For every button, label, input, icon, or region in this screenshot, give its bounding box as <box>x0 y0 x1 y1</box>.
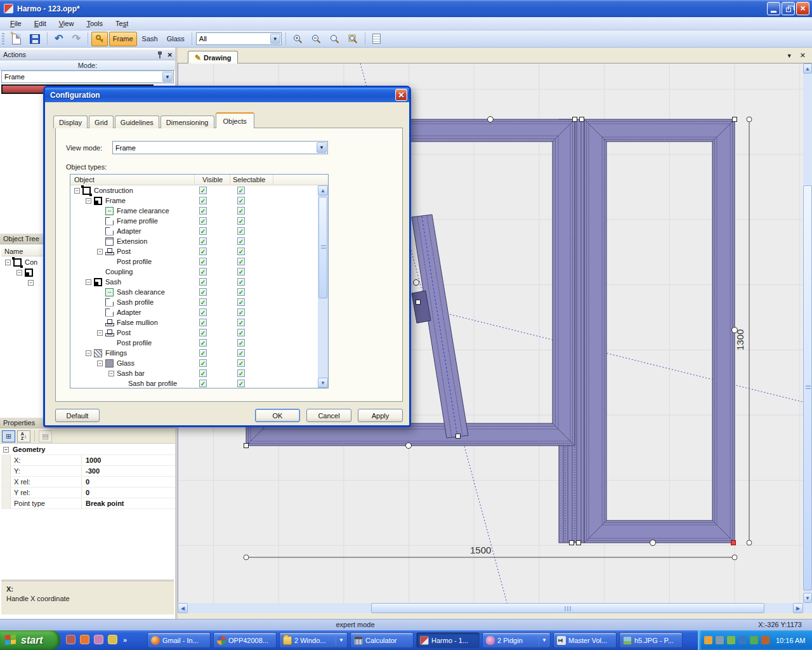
object-row[interactable]: −Post✓✓ <box>70 328 318 338</box>
expand-toggle[interactable]: − <box>16 270 22 275</box>
restore-button[interactable] <box>782 2 795 15</box>
visible-checkbox[interactable]: ✓ <box>199 187 207 194</box>
tab-dimensioning[interactable]: Dimensioning <box>160 116 214 128</box>
messenger-icon[interactable] <box>66 635 75 644</box>
taskbar-button-folder[interactable]: 2 Windo...▼ <box>279 632 348 648</box>
visible-checkbox[interactable]: ✓ <box>199 369 207 377</box>
selectable-checkbox[interactable]: ✓ <box>237 288 245 296</box>
list-scroll-thumb[interactable] <box>318 197 327 298</box>
alphabetical-sort-button[interactable] <box>17 430 30 442</box>
object-row[interactable]: Post profile✓✓ <box>70 256 318 267</box>
horizontal-scrollbar[interactable]: ◀ ▶ <box>178 603 803 613</box>
zoom-out-button[interactable] <box>308 32 325 46</box>
property-value[interactable]: 0 <box>82 477 175 487</box>
key-mode-button[interactable] <box>91 32 108 46</box>
menu-item-view[interactable]: View <box>53 18 81 29</box>
visible-checkbox[interactable]: ✓ <box>199 217 207 225</box>
visible-checkbox[interactable]: ✓ <box>199 248 207 255</box>
object-row[interactable]: Extension✓✓ <box>70 236 318 246</box>
selectable-checkbox[interactable]: ✓ <box>237 369 245 377</box>
visible-checkbox[interactable]: ✓ <box>199 268 207 275</box>
expand-toggle[interactable]: − <box>97 330 103 336</box>
selectable-checkbox[interactable]: ✓ <box>237 268 245 275</box>
quick-launch-overflow-chevron[interactable]: » <box>123 636 127 644</box>
expand-toggle[interactable]: − <box>86 350 91 356</box>
visible-checkbox[interactable]: ✓ <box>199 288 207 296</box>
property-value[interactable]: Break point <box>82 498 175 508</box>
scroll-left-icon[interactable]: ◀ <box>178 603 188 613</box>
antivirus-icon[interactable] <box>750 636 758 644</box>
filter-combobox[interactable]: All ▼ <box>196 32 282 45</box>
object-row[interactable]: −Fillings✓✓ <box>70 348 318 358</box>
visible-checkbox[interactable]: ✓ <box>199 349 207 357</box>
property-row[interactable]: Point typeBreak point <box>1 498 175 509</box>
default-button[interactable]: Default <box>55 409 100 422</box>
tab-drawing[interactable]: ✎ Drawing <box>188 51 238 63</box>
horizontal-scroll-thumb[interactable] <box>371 603 764 613</box>
undo-button[interactable]: ↶ <box>51 32 67 46</box>
visible-checkbox[interactable]: ✓ <box>199 339 207 347</box>
network-icon[interactable] <box>727 636 735 644</box>
firefox-icon[interactable] <box>80 635 89 644</box>
object-row[interactable]: −Sash✓✓ <box>70 277 318 287</box>
chevron-down-icon[interactable]: ▼ <box>539 635 547 645</box>
chevron-down-icon[interactable]: ▼ <box>162 72 173 82</box>
open-sash[interactable] <box>412 215 468 438</box>
notes-icon[interactable] <box>108 635 117 644</box>
visible-checkbox[interactable]: ✓ <box>199 197 207 204</box>
dialog-close-button[interactable]: ✕ <box>395 89 407 101</box>
mode-button-glass[interactable]: Glass <box>163 32 188 46</box>
dimension-height[interactable] <box>747 117 752 545</box>
object-types-list[interactable]: Object Visible Selectable −Construction✓… <box>70 174 329 388</box>
tab-display[interactable]: Display <box>53 116 88 128</box>
object-row[interactable]: Sash bar profile✓✓ <box>70 378 318 388</box>
column-object[interactable]: Object <box>70 175 195 185</box>
chevron-down-icon[interactable]: ▼ <box>270 34 280 44</box>
menu-item-file[interactable]: File <box>4 18 28 29</box>
selectable-checkbox[interactable]: ✓ <box>237 197 245 204</box>
redo-button[interactable]: ↷ <box>68 32 84 46</box>
selectable-checkbox[interactable]: ✓ <box>237 380 245 387</box>
collapse-icon[interactable]: − <box>3 447 9 453</box>
expand-toggle[interactable]: − <box>74 188 80 194</box>
selectable-checkbox[interactable]: ✓ <box>237 339 245 347</box>
scroll-up-icon[interactable]: ▲ <box>318 185 328 196</box>
visible-checkbox[interactable]: ✓ <box>199 207 207 215</box>
property-row[interactable]: X rel:0 <box>1 477 175 488</box>
minimize-button[interactable] <box>767 2 780 15</box>
scroll-up-icon[interactable]: ▲ <box>803 63 812 74</box>
expand-toggle[interactable]: − <box>108 371 114 376</box>
object-row[interactable]: Sash profile✓✓ <box>70 297 318 307</box>
tab-grid[interactable]: Grid <box>89 116 114 128</box>
window-titlebar[interactable]: Harmo - 123.opp* ✕ <box>0 0 812 17</box>
selectable-checkbox[interactable]: ✓ <box>237 248 245 255</box>
selectable-checkbox[interactable]: ✓ <box>237 258 245 265</box>
taskbar-button-pidgin[interactable]: 2 Pidgin▼ <box>482 632 551 648</box>
selectable-checkbox[interactable]: ✓ <box>237 207 245 215</box>
cancel-button[interactable]: Cancel <box>306 409 351 422</box>
scroll-down-icon[interactable]: ▼ <box>803 593 812 603</box>
new-document-button[interactable] <box>8 32 25 46</box>
visible-checkbox[interactable]: ✓ <box>199 227 207 235</box>
zoom-fit-button[interactable] <box>344 32 362 46</box>
zoom-button[interactable] <box>326 32 343 46</box>
taskbar-button-opp[interactable]: OPP42008... <box>213 632 277 648</box>
expand-toggle[interactable]: − <box>86 279 91 285</box>
object-row[interactable]: Sash clearance✓✓ <box>70 287 318 297</box>
scroll-down-icon[interactable]: ▼ <box>318 378 328 388</box>
menu-item-tools[interactable]: Tools <box>80 18 109 29</box>
volume-icon[interactable] <box>716 636 724 644</box>
mode-button-sash[interactable]: Sash <box>138 32 162 46</box>
visible-checkbox[interactable]: ✓ <box>199 237 207 245</box>
object-row[interactable]: −Sash bar✓✓ <box>70 368 318 378</box>
property-value[interactable]: 1000 <box>82 455 175 465</box>
object-row[interactable]: Adapter✓✓ <box>70 226 318 236</box>
selectable-checkbox[interactable]: ✓ <box>237 319 245 326</box>
tab-list-chevron-icon[interactable]: ▼ <box>787 53 792 59</box>
taskbar-button-volume[interactable]: Master Vol... <box>553 632 617 648</box>
scroll-right-icon[interactable]: ▶ <box>793 603 803 613</box>
taskbar-button-harmo[interactable]: Harmo - 1... <box>416 632 480 648</box>
dimension-width[interactable] <box>244 555 737 560</box>
object-row[interactable]: −Glass✓✓ <box>70 358 318 368</box>
visible-checkbox[interactable]: ✓ <box>199 380 207 387</box>
